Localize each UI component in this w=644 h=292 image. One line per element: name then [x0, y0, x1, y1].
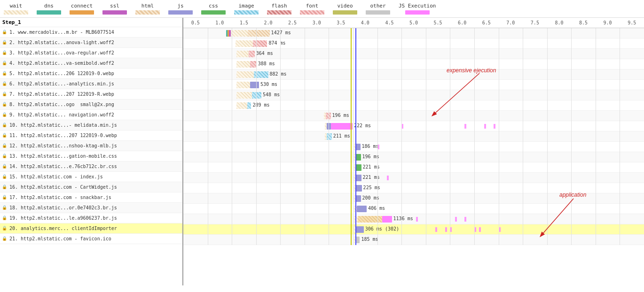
legend-jsexec-label: JS Execution [399, 3, 436, 9]
legend-dns-label: dns [44, 3, 54, 9]
bar-18-1 [358, 216, 382, 223]
bar-16-1 [356, 195, 361, 202]
left-rows-container: 🔒1. www.mercadoliv...m.br - MLB6077514🔒2… [0, 27, 182, 244]
lock-icon-12: 🔒 [2, 143, 8, 149]
lock-icon-16: 🔒 [2, 184, 8, 190]
left-row-8: 🔒8. http2.mlstatic...ogo__small@2x.png [0, 100, 182, 110]
row-label-4: 4. http2.mlstatic...va-semibold.woff2 [9, 61, 114, 66]
bar-0-3 [231, 30, 248, 37]
lock-icon-17: 🔒 [2, 195, 8, 200]
legend-image-color [234, 10, 259, 15]
jsexec-dot [455, 217, 457, 222]
grid-line-8 [401, 28, 402, 245]
grid-line-0 [208, 28, 208, 245]
legend-font-color [300, 10, 324, 15]
timeline-row-15: 221 ms [183, 173, 644, 183]
legend-other: other [366, 3, 390, 15]
jsexec-dot [479, 227, 481, 232]
legend-connect-color [70, 10, 94, 15]
row-label-3: 3. http2.mlstatic...ova-regular.woff2 [9, 50, 114, 55]
timeline-tick-1.0: 1.0 [208, 20, 232, 25]
legend-wait-color [4, 10, 28, 15]
legend-js-label: js [177, 3, 183, 9]
row-label-19: 19. http2.mlstatic...le.a9606237.br.js [9, 215, 117, 221]
row-label-21: 21. http2.mlstatic.com - favicon.ico [9, 236, 111, 241]
timeline-tick-5.5: 5.5 [426, 20, 450, 25]
left-row-14: 🔒14. http2.mlstatic...e.76cb712c.br.css [0, 161, 182, 172]
left-row-15: 🔒15. http2.mlstatic.com - index.js [0, 172, 182, 182]
ms-label-19: 306 ms (302) [365, 226, 399, 231]
ms-label-16: 200 ms [362, 195, 379, 200]
bar-6-1 [252, 92, 261, 99]
timeline-row-7: 548 ms [183, 90, 644, 100]
row-label-17: 17. http2.mlstatic.com - snackbar.js [9, 195, 111, 200]
timeline-tick-3.0: 3.0 [305, 20, 329, 25]
jsexec-dot [435, 227, 437, 232]
lock-icon-3: 🔒 [2, 50, 8, 56]
bar-5-1 [250, 82, 259, 88]
annotation-expensive: expensive ejecution [447, 67, 496, 74]
legend-dns: dns [37, 3, 61, 15]
jsexec-dot [464, 124, 466, 129]
lock-icon-21: 🔒 [2, 236, 8, 242]
left-row-5: 🔒5. http2.mlstatic...206_122019-0.webp [0, 69, 182, 79]
lock-icon-11: 🔒 [2, 133, 8, 138]
legend-html: html [135, 3, 160, 15]
timeline-tick-8.5: 8.5 [571, 20, 596, 25]
lock-icon-19: 🔒 [2, 215, 8, 221]
timeline-row-6: 530 ms [183, 80, 644, 90]
grid-line-7 [377, 28, 378, 245]
grid-line-6 [353, 28, 353, 245]
ms-label-9: 222 ms [354, 123, 371, 128]
jsexec-dot [387, 176, 389, 180]
ms-label-2: 364 ms [256, 51, 273, 56]
timeline-tick-4.5: 4.5 [377, 20, 402, 25]
grid-line-16 [596, 28, 596, 245]
right-panel[interactable]: 0.51.01.52.02.53.03.54.04.55.05.56.06.57… [183, 18, 644, 285]
lock-icon-5: 🔒 [2, 71, 8, 77]
grid-line-17 [620, 28, 620, 245]
timeline-tick-1.5: 1.5 [232, 20, 256, 25]
legend-ssl-color [102, 10, 127, 15]
grid-line-5 [329, 28, 329, 245]
bar-14-1 [356, 175, 361, 181]
bar-1-1 [253, 40, 267, 47]
ms-label-18: 1136 ms [393, 216, 413, 221]
ms-label-3: 388 ms [258, 61, 275, 66]
bar-9-2 [331, 123, 353, 130]
bar-13-1 [356, 164, 361, 171]
timeline-tick-9.0: 9.0 [596, 20, 620, 25]
legend-flash: flash [267, 3, 291, 15]
lock-icon-8: 🔒 [2, 102, 8, 108]
lock-icon-4: 🔒 [2, 61, 8, 66]
row-label-1: 1. www.mercadoliv...m.br - MLB6077514 [9, 30, 114, 35]
legend-font: font [300, 3, 324, 15]
left-row-21: 🔒21. http2.mlstatic.com - favicon.ico [0, 234, 182, 244]
legend-connect-label: connect [71, 3, 93, 9]
legend-js: js [168, 3, 193, 15]
ms-label-5: 530 ms [260, 82, 277, 87]
jsexec-dot [494, 124, 495, 129]
timeline-row-13: 196 ms [183, 152, 644, 162]
legend-other-color [366, 10, 390, 15]
row-label-5: 5. http2.mlstatic...206_122019-0.webp [9, 71, 114, 76]
lock-icon-6: 🔒 [2, 81, 8, 87]
ms-label-17: 406 ms [368, 206, 385, 211]
left-row-3: 🔒3. http2.mlstatic...ova-regular.woff2 [0, 48, 182, 58]
bar-3-0 [236, 61, 250, 68]
lock-icon-1: 🔒 [2, 30, 8, 35]
row-label-10: 10. http2.mlstatic...- melidata.min.js [9, 123, 117, 128]
ms-label-20: 185 ms [361, 237, 378, 242]
lock-icon-9: 🔒 [2, 112, 8, 118]
grid-line-13 [523, 28, 523, 245]
row-label-9: 9. http2.mlstatic... navigation.woff2 [9, 112, 114, 117]
lock-icon-15: 🔒 [2, 174, 8, 180]
ms-label-4: 882 ms [270, 71, 287, 77]
row-label-18: 18. http2.mlstatic...or.0e7402c3.br.js [9, 205, 117, 210]
bar-11-1 [356, 144, 360, 150]
jsexec-dot [416, 217, 418, 222]
left-row-1: 🔒1. www.mercadoliv...m.br - MLB6077514 [0, 27, 182, 38]
bar-17-1 [357, 206, 367, 212]
legend-flash-label: flash [271, 3, 287, 9]
vertical-line [351, 28, 352, 245]
